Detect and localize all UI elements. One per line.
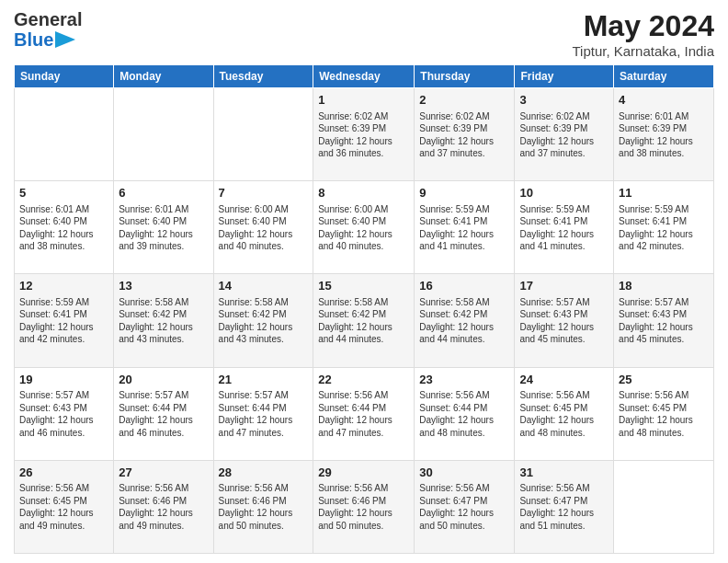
sunset-text: Sunset: 6:43 PM [19,402,108,415]
daylight-text: Daylight: 12 hours and 47 minutes. [318,414,409,439]
sunrise-text: Sunrise: 5:56 AM [419,389,509,402]
calendar-week-row: 19Sunrise: 5:57 AMSunset: 6:43 PMDayligh… [15,367,714,460]
calendar-cell: 27Sunrise: 5:56 AMSunset: 6:46 PMDayligh… [114,460,213,553]
col-saturday: Saturday [614,65,714,88]
calendar-cell: 19Sunrise: 5:57 AMSunset: 6:43 PMDayligh… [15,367,114,460]
calendar-cell: 8Sunrise: 6:00 AMSunset: 6:40 PMDaylight… [313,181,415,274]
sunset-text: Sunset: 6:42 PM [219,308,309,321]
sunset-text: Sunset: 6:40 PM [318,215,409,228]
day-number: 12 [19,278,108,294]
calendar-cell: 2Sunrise: 6:02 AMSunset: 6:39 PMDaylight… [415,88,515,181]
sunrise-text: Sunrise: 5:56 AM [519,389,609,402]
calendar-cell: 21Sunrise: 5:57 AMSunset: 6:44 PMDayligh… [213,367,313,460]
sunrise-text: Sunrise: 5:59 AM [519,203,609,216]
sunset-text: Sunset: 6:43 PM [519,308,609,321]
calendar-cell: 18Sunrise: 5:57 AMSunset: 6:43 PMDayligh… [614,274,714,367]
sunset-text: Sunset: 6:43 PM [619,308,709,321]
sunset-text: Sunset: 6:44 PM [419,402,509,415]
sunrise-text: Sunrise: 5:56 AM [318,389,409,402]
calendar-cell: 12Sunrise: 5:59 AMSunset: 6:41 PMDayligh… [15,274,114,367]
sunset-text: Sunset: 6:41 PM [519,215,609,228]
sunrise-text: Sunrise: 5:57 AM [119,389,208,402]
logo: General Blue [14,9,82,50]
sunrise-text: Sunrise: 5:56 AM [619,389,709,402]
day-number: 1 [318,92,409,109]
sunset-text: Sunset: 6:46 PM [318,495,409,508]
day-number: 22 [318,372,409,388]
calendar-cell: 16Sunrise: 5:58 AMSunset: 6:42 PMDayligh… [415,274,515,367]
day-number: 20 [119,372,208,388]
day-number: 29 [318,465,409,481]
calendar-cell: 31Sunrise: 5:56 AMSunset: 6:47 PMDayligh… [515,460,614,553]
day-number: 8 [318,185,409,201]
calendar-cell: 13Sunrise: 5:58 AMSunset: 6:42 PMDayligh… [114,274,213,367]
day-number: 21 [219,372,309,388]
daylight-text: Daylight: 12 hours and 40 minutes. [318,228,409,253]
day-number: 17 [519,278,609,294]
sunset-text: Sunset: 6:40 PM [19,215,108,228]
day-number: 26 [19,465,108,481]
daylight-text: Daylight: 12 hours and 48 minutes. [619,414,709,439]
calendar-cell: 17Sunrise: 5:57 AMSunset: 6:43 PMDayligh… [515,274,614,367]
daylight-text: Daylight: 12 hours and 45 minutes. [519,321,609,346]
calendar-cell: 28Sunrise: 5:56 AMSunset: 6:46 PMDayligh… [213,460,313,553]
daylight-text: Daylight: 12 hours and 41 minutes. [519,228,609,253]
daylight-text: Daylight: 12 hours and 48 minutes. [419,414,509,439]
daylight-text: Daylight: 12 hours and 39 minutes. [119,228,208,253]
sunset-text: Sunset: 6:45 PM [19,495,108,508]
sunrise-text: Sunrise: 6:02 AM [419,110,509,123]
day-number: 28 [219,465,309,481]
sunrise-text: Sunrise: 5:57 AM [619,296,709,309]
daylight-text: Daylight: 12 hours and 50 minutes. [219,507,309,532]
calendar-cell: 10Sunrise: 5:59 AMSunset: 6:41 PMDayligh… [515,181,614,274]
sunset-text: Sunset: 6:39 PM [619,122,709,135]
daylight-text: Daylight: 12 hours and 43 minutes. [219,321,309,346]
sunset-text: Sunset: 6:39 PM [519,122,609,135]
daylight-text: Daylight: 12 hours and 51 minutes. [519,507,609,532]
sunset-text: Sunset: 6:46 PM [219,495,309,508]
calendar-cell: 26Sunrise: 5:56 AMSunset: 6:45 PMDayligh… [15,460,114,553]
sunset-text: Sunset: 6:45 PM [619,402,709,415]
day-number: 5 [19,185,108,201]
location-subtitle: Tiptur, Karnataka, India [572,43,714,59]
sunrise-text: Sunrise: 6:01 AM [19,203,108,216]
calendar-week-row: 26Sunrise: 5:56 AMSunset: 6:45 PMDayligh… [15,460,714,553]
day-number: 10 [519,185,609,201]
col-friday: Friday [515,65,614,88]
daylight-text: Daylight: 12 hours and 38 minutes. [619,135,709,160]
page: General Blue May 2024 Tiptur, Karnataka,… [0,0,728,563]
day-number: 4 [619,92,709,109]
day-number: 19 [19,372,108,388]
sunrise-text: Sunrise: 5:57 AM [219,389,309,402]
sunset-text: Sunset: 6:39 PM [318,122,409,135]
calendar-cell: 11Sunrise: 5:59 AMSunset: 6:41 PMDayligh… [614,181,714,274]
sunset-text: Sunset: 6:42 PM [419,308,509,321]
calendar-cell: 4Sunrise: 6:01 AMSunset: 6:39 PMDaylight… [614,88,714,181]
calendar-cell: 14Sunrise: 5:58 AMSunset: 6:42 PMDayligh… [213,274,313,367]
sunset-text: Sunset: 6:40 PM [219,215,309,228]
day-number: 7 [219,185,309,201]
daylight-text: Daylight: 12 hours and 40 minutes. [219,228,309,253]
sunrise-text: Sunrise: 6:01 AM [619,110,709,123]
calendar-cell [15,88,114,181]
day-number: 15 [318,278,409,294]
calendar-cell: 25Sunrise: 5:56 AMSunset: 6:45 PMDayligh… [614,367,714,460]
calendar-week-row: 1Sunrise: 6:02 AMSunset: 6:39 PMDaylight… [15,88,714,181]
calendar-table: Sunday Monday Tuesday Wednesday Thursday… [14,64,714,554]
daylight-text: Daylight: 12 hours and 45 minutes. [619,321,709,346]
col-sunday: Sunday [15,65,114,88]
sunset-text: Sunset: 6:42 PM [119,308,208,321]
daylight-text: Daylight: 12 hours and 42 minutes. [19,321,108,346]
sunrise-text: Sunrise: 5:56 AM [119,482,208,495]
day-number: 3 [519,92,609,109]
sunrise-text: Sunrise: 5:58 AM [119,296,208,309]
calendar-cell: 6Sunrise: 6:01 AMSunset: 6:40 PMDaylight… [114,181,213,274]
sunrise-text: Sunrise: 6:00 AM [219,203,309,216]
sunrise-text: Sunrise: 5:56 AM [419,482,509,495]
day-number: 30 [419,465,509,481]
sunset-text: Sunset: 6:47 PM [519,495,609,508]
daylight-text: Daylight: 12 hours and 43 minutes. [119,321,208,346]
sunset-text: Sunset: 6:42 PM [318,308,409,321]
daylight-text: Daylight: 12 hours and 50 minutes. [318,507,409,532]
col-wednesday: Wednesday [313,65,415,88]
